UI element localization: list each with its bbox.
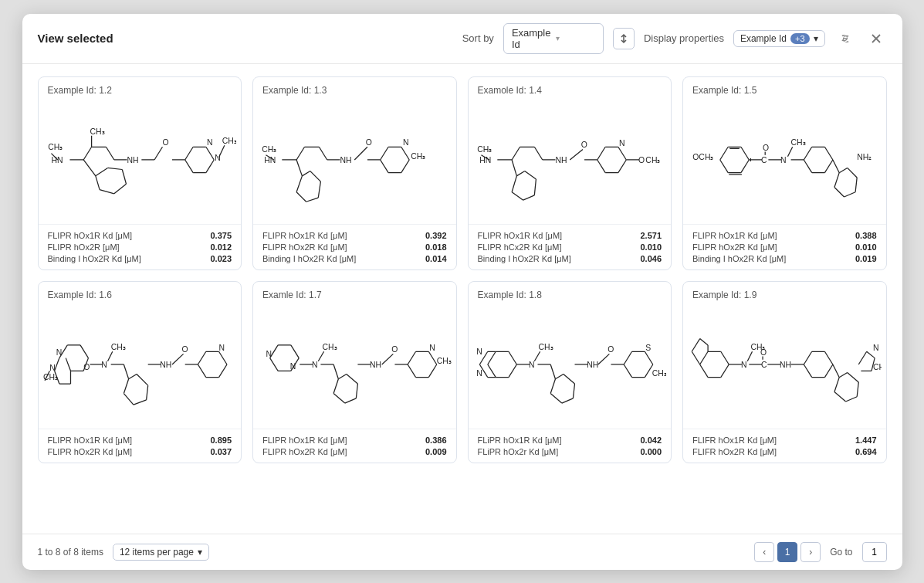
svg-text:N: N [101,361,107,369]
molecule-image: N N N CH₃ NH O N CH₃ [253,303,456,429]
svg-line-194 [408,364,415,378]
prop-value: 0.037 [210,447,232,456]
svg-line-146 [124,378,128,393]
svg-line-257 [824,351,832,364]
sort-arrows-icon [618,33,629,44]
molecule-card[interactable]: Examle Id: 1.7 N N N CH₃ NH O [252,281,457,463]
svg-line-234 [700,351,708,364]
molecule-card[interactable]: Example Id: 1.6 N N CH₃ O N CH₃ [38,281,242,463]
goto-input[interactable] [862,542,887,562]
svg-line-56 [296,192,306,202]
svg-line-182 [347,374,358,384]
page-1-button[interactable]: 1 [777,542,797,562]
prop-value: 0.018 [425,242,447,252]
svg-text:CH₃: CH₃ [323,343,337,351]
svg-text:CH₃: CH₃ [873,363,881,371]
prop-label: Binding I hOx2R Kd [μM] [48,254,141,263]
svg-text:N: N [873,344,879,352]
svg-line-186 [382,354,394,364]
prop-row: FLiPR hOx1R Kd [μM] 0.042 [478,436,662,445]
molecule-card[interactable]: Example Id: 1.2 HN NH O N N CH₃ CH₃ [38,76,242,270]
prop-label: FLIPR hOx1R Kd [μM] [48,436,133,445]
svg-line-43 [354,147,367,160]
svg-text:O: O [760,348,767,357]
display-properties-selector[interactable]: Example Id +3 ▾ [733,30,825,47]
per-page-select[interactable]: 12 items per page ▾ [113,544,209,561]
prop-value: 2.571 [640,231,662,240]
svg-text:S: S [645,344,651,352]
svg-text:N: N [476,347,482,356]
prop-row: FLIPR hOx2R Kd [μM] 0.009 [262,447,447,456]
goto-label: Go to [830,547,852,558]
svg-text:N: N [49,364,56,372]
prop-row: FLIPR hOx1R Kd [μM] 0.895 [48,436,232,445]
svg-line-267 [839,372,847,377]
svg-line-266 [848,372,859,382]
svg-line-177 [333,364,338,379]
molecule-grid: Example Id: 1.2 HN NH O N N CH₃ CH₃ [38,76,887,463]
svg-line-215 [550,378,555,393]
svg-line-191 [428,351,436,364]
prop-row: Binding I hOx2R Kd [μM] 0.023 [48,254,232,263]
close-button[interactable] [865,28,887,49]
page-info: 1 to 8 of 8 items [38,547,103,558]
molecule-card[interactable]: Example Id: 1.3 HN NH O N CH₃ CH₃ [252,76,457,270]
svg-line-29 [100,189,114,193]
svg-line-46 [381,147,388,160]
svg-line-119 [834,187,844,197]
molecule-image: OCH₃ C O N CH₃ NH₂ [683,99,886,224]
svg-line-123 [839,168,847,172]
card-properties: FLIPR hOx1R Kd [μM] 2.571 FLIPR hCx2R Kd… [469,224,672,269]
molecule-card[interactable]: Example Id: 1.5 OCH₃ C O N CH₃ [682,76,887,270]
link-button[interactable] [834,28,856,49]
svg-text:NH: NH [780,361,791,369]
sort-select[interactable]: Example Id ▾ [503,23,604,54]
svg-line-264 [846,396,858,401]
molecule-card[interactable]: Examole Id: 1.4 HN NH O N O CH₃ CH₃ [468,76,672,270]
svg-line-122 [848,168,858,178]
prev-page-button[interactable]: ‹ [754,542,774,562]
display-extra-badge: +3 [790,33,810,44]
sort-direction-button[interactable] [613,28,635,49]
svg-line-218 [573,384,574,398]
next-page-button[interactable]: › [800,542,821,562]
svg-text:CH₃: CH₃ [437,357,452,365]
molecule-card[interactable]: Example Id: 1.8 N N N CH₃ NH O [468,281,672,463]
card-properties: FLIPR hOx1R Kd [μM] 0.375 FLIPR hOx2R [μ… [39,224,242,269]
prop-row: FLIPR hOx2R Kd [μM] 0.010 [692,242,877,252]
svg-line-130 [66,358,70,371]
card-properties: FLIPR hOx1R Kd [μM] 0.388 FLIPR hOx2R Kd… [683,224,886,269]
svg-line-192 [428,364,436,378]
svg-line-57 [306,198,319,202]
svg-line-262 [834,377,839,391]
prop-row: FLIPR hOx1R Kd [μM] 0.375 [48,231,232,240]
svg-line-214 [550,364,555,379]
svg-line-8 [106,147,113,160]
prop-value: 0.010 [855,242,877,252]
molecule-card[interactable]: Example Id: 1.9 N CH₃ C O NH [682,281,887,463]
prop-row: FLIPR hOx1R Kd [μM] 2.571 [478,231,662,240]
per-page-value: 12 items per page [120,547,194,558]
prop-value: 0.000 [640,447,662,456]
prop-value: 0.042 [640,436,662,445]
svg-text:NH: NH [370,361,381,369]
svg-text:NH: NH [555,156,567,164]
svg-line-178 [333,378,338,393]
svg-line-38 [296,147,304,160]
svg-text:NH: NH [340,156,351,164]
svg-text:O: O [608,345,614,354]
svg-line-260 [804,364,811,378]
svg-text:O: O [366,138,372,147]
svg-line-65 [512,147,520,160]
card-properties: FLIPR hOx1R Kd [μM] 0.386 FLIPR hOx2R Kd… [253,429,456,463]
svg-line-223 [597,354,609,364]
svg-line-98 [720,159,728,172]
svg-line-145 [124,364,128,379]
prop-row: FLIPR hOx2R Kd [μM] 0.037 [48,447,232,456]
prop-row: Binding I hOx2R Kd [μM] 0.046 [478,254,662,263]
prop-label: FLIPR hOx1R Kd [μM] [262,436,347,445]
svg-line-166 [291,345,299,358]
svg-line-12 [154,147,162,160]
svg-line-263 [834,391,846,402]
card-id: Examle Id: 1.7 [253,282,456,303]
